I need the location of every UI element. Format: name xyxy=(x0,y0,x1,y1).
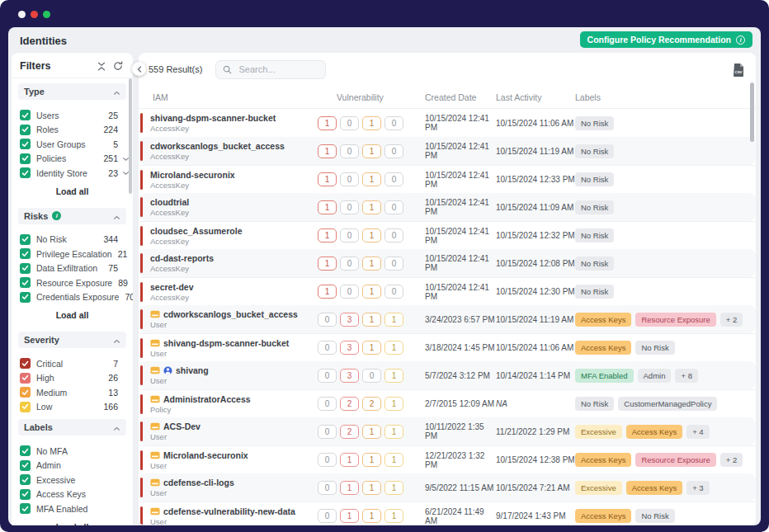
vuln-count-low: 1 xyxy=(384,369,403,383)
table-toolbar: 559 Result(s) CSV xyxy=(139,53,756,81)
filter-item-high[interactable]: High26 xyxy=(12,371,133,386)
table-row[interactable]: cdefense-vulnerability-new-dataUser01116… xyxy=(139,501,756,525)
checkbox-green[interactable] xyxy=(20,445,31,456)
window-dot-white[interactable] xyxy=(18,11,26,18)
table-row[interactable]: cloudsec_AssumeroleAccessKey101010/15/20… xyxy=(139,221,756,249)
load-all-button[interactable]: Load all xyxy=(12,516,133,526)
filter-section-header-severity[interactable]: Severity xyxy=(18,332,126,348)
checkbox-critical[interactable] xyxy=(20,358,31,369)
identity-name-line: cloudsec_Assumerole xyxy=(150,226,242,236)
identity-type: User xyxy=(150,376,209,385)
checkbox-green[interactable] xyxy=(20,263,31,274)
risk-indicator-bar xyxy=(140,197,143,217)
checkbox-green[interactable] xyxy=(20,125,31,135)
filter-item-data-exfiltration[interactable]: Data Exfiltration75 xyxy=(12,261,133,276)
filter-item-privilege-escalation[interactable]: Privilege Escalation21 xyxy=(12,247,133,261)
filter-item-users[interactable]: Users25 xyxy=(12,108,133,123)
checkbox-green[interactable] xyxy=(20,460,31,471)
table-row[interactable]: AdministratorAccessPolicy02212/7/2015 12… xyxy=(139,389,756,417)
filter-item-medium[interactable]: Medium13 xyxy=(12,385,133,400)
table-row[interactable]: ACS-DevUser021110/11/2022 1:35 PM11/21/2… xyxy=(139,417,756,445)
checkbox-green[interactable] xyxy=(20,153,31,164)
table-row[interactable]: cloudtrialAccessKey101010/15/2024 12:41 … xyxy=(139,193,756,221)
svg-text:CSV: CSV xyxy=(734,70,742,74)
last-activity-cell: 10/15/2024 11:06 AM xyxy=(496,343,575,352)
checkbox-green[interactable] xyxy=(20,110,31,120)
user-avatar-icon xyxy=(163,366,172,375)
checkbox-green[interactable] xyxy=(20,234,31,245)
vuln-count-high: 2 xyxy=(340,425,359,439)
table-row[interactable]: cd-dast-reportsAccessKey101010/15/2024 1… xyxy=(139,249,756,277)
filter-item-user-groups[interactable]: User Groups5 xyxy=(12,137,133,152)
filter-item-admin[interactable]: Admin xyxy=(12,459,133,473)
filter-item-no-risk[interactable]: No Risk344 xyxy=(12,233,133,247)
iam-cell: cloudtrialAccessKey xyxy=(139,197,318,217)
filter-item-low[interactable]: Low166 xyxy=(12,400,133,415)
table-row[interactable]: cdefense-cli-logsUser01119/5/2022 11:15 … xyxy=(139,473,756,501)
search-input[interactable] xyxy=(237,64,318,75)
vuln-count-high: 1 xyxy=(340,453,359,467)
identity-name: cloudtrial xyxy=(150,197,189,207)
collapse-panel-icon[interactable] xyxy=(132,62,146,76)
vuln-count-medium: 0 xyxy=(362,369,381,383)
checkbox-green[interactable] xyxy=(20,474,31,485)
checkbox-green[interactable] xyxy=(20,248,31,259)
filter-item-mfa-enabled[interactable]: MFA Enabled xyxy=(12,501,133,516)
table-row[interactable]: shivang-dspm-scanner-bucketUser03113/18/… xyxy=(139,333,756,361)
checkbox-green[interactable] xyxy=(20,139,31,149)
vulnerability-cell: 1010 xyxy=(318,116,425,130)
iam-cell: secret-devAccessKey xyxy=(139,282,318,302)
app-surface: Identities Configure Policy Recommendati… xyxy=(8,27,761,525)
checkbox-high[interactable] xyxy=(20,373,31,384)
filter-section-header-risks[interactable]: Risksi xyxy=(18,208,126,224)
risk-indicator-bar xyxy=(140,450,143,470)
identity-name-block: cdefense-cli-logsUser xyxy=(150,478,234,497)
identity-name: Microland-securonix xyxy=(163,450,248,460)
table-row[interactable]: cdworkscanlogs_bucket_accessUser03113/24… xyxy=(139,305,756,333)
checkbox-green[interactable] xyxy=(20,503,31,514)
console-card-icon xyxy=(150,507,160,516)
filter-item-resource-exposure[interactable]: Resource Exposure89 xyxy=(12,275,133,290)
table-scrollbar[interactable] xyxy=(750,82,754,142)
table-row[interactable]: shivangUser03015/7/2024 3:12 PM10/14/202… xyxy=(139,361,756,389)
filter-item-excessive[interactable]: Excessive xyxy=(12,473,133,487)
identity-name-block: secret-devAccessKey xyxy=(150,282,194,302)
checkbox-green[interactable] xyxy=(20,489,31,500)
filter-items: Critical7High26Medium13Low166 xyxy=(12,350,133,414)
window-dot-green[interactable] xyxy=(43,11,50,18)
checkbox-green[interactable] xyxy=(20,277,31,288)
load-all-button[interactable]: Load all xyxy=(12,181,133,203)
filter-item-identity-store[interactable]: Identity Store23 xyxy=(12,166,133,181)
vuln-count-low: 0 xyxy=(384,228,403,242)
sidebar-scrollbar[interactable] xyxy=(129,78,132,194)
identity-name-line: Microland-securonix xyxy=(150,450,248,460)
filter-item-credentials-exposure[interactable]: Credentials Exposure70 xyxy=(12,290,133,305)
csv-export-icon[interactable]: CSV xyxy=(733,64,744,77)
window-dot-red[interactable] xyxy=(31,11,38,18)
vuln-count-medium: 1 xyxy=(362,341,381,355)
table-row[interactable]: secret-devAccessKey101010/15/2024 12:41 … xyxy=(139,277,756,305)
table-row[interactable]: Microland-securonixUser011112/21/2023 1:… xyxy=(139,445,756,473)
table-row[interactable]: shivang-dspm-scanner-bucketAccessKey1010… xyxy=(139,109,756,137)
filter-item-access-keys[interactable]: Access Keys xyxy=(12,487,133,502)
checkbox-low[interactable] xyxy=(20,402,31,412)
identity-name: cdefense-cli-logs xyxy=(163,478,234,487)
console-card-icon xyxy=(150,310,160,318)
filter-item-no-mfa[interactable]: No MFA xyxy=(12,444,133,459)
filter-section-header-labels[interactable]: Labels xyxy=(18,419,126,435)
table-row[interactable]: Microland-securonixAccessKey101010/15/20… xyxy=(139,165,756,193)
filter-section-header-type[interactable]: Type xyxy=(18,83,126,100)
filter-item-critical[interactable]: Critical7 xyxy=(12,356,133,371)
filter-item-roles[interactable]: Roles224 xyxy=(12,123,133,138)
identity-type: User xyxy=(150,432,201,441)
checkbox-medium[interactable] xyxy=(20,387,31,398)
label-badge: No Risk xyxy=(575,116,614,130)
checkbox-green[interactable] xyxy=(20,167,31,178)
checkbox-green[interactable] xyxy=(20,292,31,303)
filter-item-policies[interactable]: Policies251 xyxy=(12,152,133,167)
load-all-button[interactable]: Load all xyxy=(12,304,133,327)
table-row[interactable]: cdworkscanlogs_bucket_accessAccessKey101… xyxy=(139,137,756,165)
configure-policy-recommendation-button[interactable]: Configure Policy Recommendation i xyxy=(580,31,752,48)
reset-filters-icon[interactable] xyxy=(113,61,123,71)
collapse-all-icon[interactable] xyxy=(97,62,106,71)
